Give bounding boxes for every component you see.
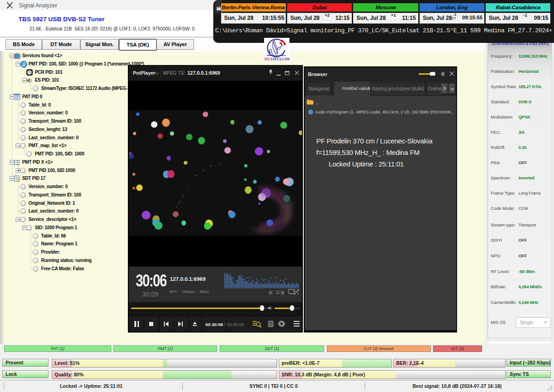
svg-text:DX: DX xyxy=(265,57,270,61)
svg-text:SATCS.COM: SATCS.COM xyxy=(271,57,290,61)
